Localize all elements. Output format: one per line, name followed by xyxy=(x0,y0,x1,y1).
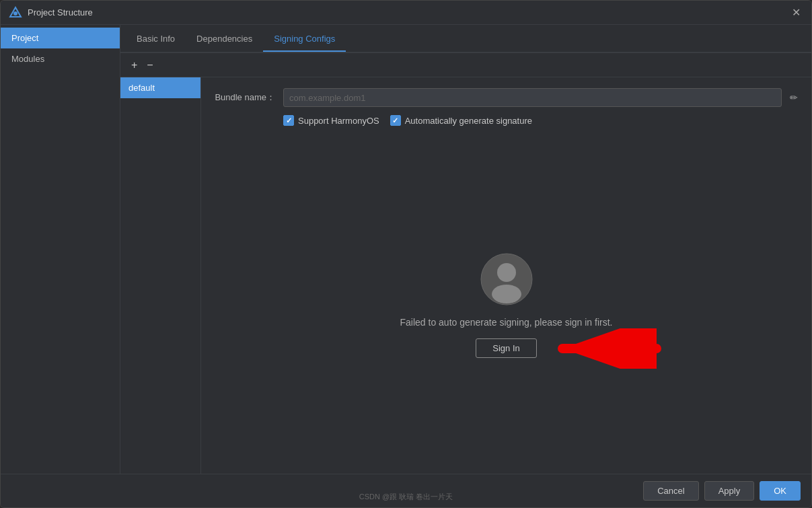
title-bar: Project Structure ✕ xyxy=(1,1,811,25)
project-structure-dialog: Project Structure ✕ Project Modules Basi… xyxy=(0,0,812,508)
bundle-name-input[interactable] xyxy=(283,88,782,107)
support-harmonyos-checkbox-box xyxy=(283,115,294,126)
svg-point-1 xyxy=(13,11,17,15)
tabs-bar: Basic Info Dependencies Signing Configs xyxy=(120,25,811,53)
app-logo-icon xyxy=(9,6,22,20)
checkbox-row: Support HarmonyOS Automatically generate… xyxy=(215,115,798,126)
apply-button[interactable]: Apply xyxy=(704,481,755,501)
config-list: default xyxy=(120,77,201,474)
sidebar: Project Modules xyxy=(1,25,120,474)
svg-point-4 xyxy=(492,285,521,303)
tab-dependencies[interactable]: Dependencies xyxy=(186,27,263,52)
support-harmonyos-label: Support HarmonyOS xyxy=(298,116,379,126)
user-avatar-icon xyxy=(480,252,533,306)
arrow-indicator-icon xyxy=(549,328,670,369)
sidebar-item-modules[interactable]: Modules xyxy=(1,48,120,69)
tab-basic-info[interactable]: Basic Info xyxy=(126,27,186,52)
dialog-title: Project Structure xyxy=(28,7,789,17)
signing-body: default Bundle name： ✏ xyxy=(120,77,811,474)
signing-area: + − default Bundle name： xyxy=(120,53,811,474)
remove-config-button[interactable]: − xyxy=(144,59,155,72)
tab-signing-configs[interactable]: Signing Configs xyxy=(263,27,346,52)
auto-signature-label: Automatically generate signature xyxy=(405,116,532,126)
add-config-button[interactable]: + xyxy=(128,59,140,72)
auto-signature-checkbox-box xyxy=(390,115,401,126)
signing-toolbar: + − xyxy=(120,53,811,77)
auto-signature-checkbox[interactable]: Automatically generate signature xyxy=(390,115,532,126)
bundle-name-row: Bundle name： ✏ xyxy=(215,88,798,107)
config-form: Bundle name： ✏ Support HarmonyOS xyxy=(201,77,811,474)
bottom-bar: Cancel Apply OK xyxy=(1,474,811,507)
watermark: CSDN @跟 耿瑞 卷出一片天 xyxy=(359,492,453,502)
main-layout: Project Modules Basic Info Dependencies … xyxy=(1,25,811,474)
close-button[interactable]: ✕ xyxy=(789,6,803,19)
support-harmonyos-checkbox[interactable]: Support HarmonyOS xyxy=(283,115,379,126)
edit-icon[interactable]: ✏ xyxy=(790,92,798,103)
sidebar-item-project[interactable]: Project xyxy=(1,28,120,48)
cancel-button[interactable]: Cancel xyxy=(643,481,698,501)
signin-prompt: Failed to auto generate signing, please … xyxy=(215,147,798,463)
ok-button[interactable]: OK xyxy=(760,481,801,501)
signin-message: Failed to auto generate signing, please … xyxy=(400,317,613,328)
content-area: Basic Info Dependencies Signing Configs … xyxy=(120,25,811,474)
svg-point-3 xyxy=(497,263,516,282)
bundle-name-label: Bundle name： xyxy=(215,92,275,104)
config-item-default[interactable]: default xyxy=(120,77,200,98)
signin-button[interactable]: Sign In xyxy=(476,338,536,358)
